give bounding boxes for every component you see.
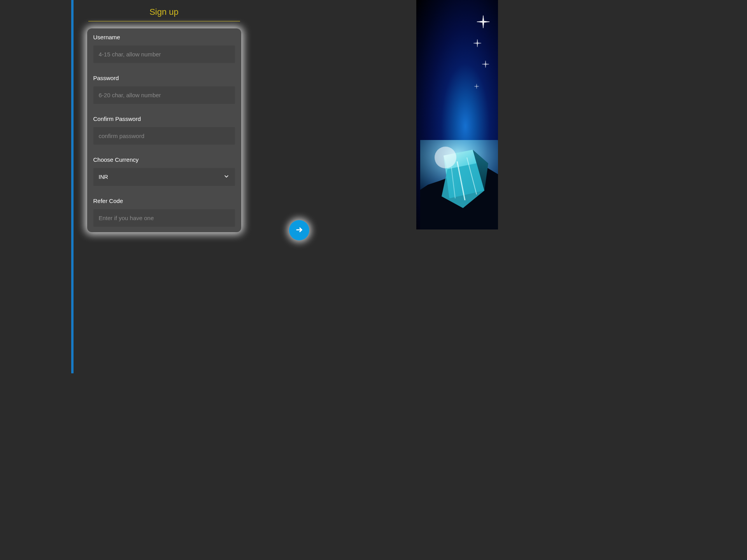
currency-group: Choose Currency INR (93, 156, 235, 186)
confirm-password-group: Confirm Password (93, 116, 235, 145)
password-group: Password (93, 75, 235, 104)
username-input[interactable] (93, 46, 235, 63)
sparkle-icon (474, 84, 479, 91)
currency-label: Choose Currency (93, 156, 235, 163)
svg-point-9 (435, 147, 456, 168)
sparkle-icon (476, 15, 490, 30)
signup-form-card: Username Password Confirm Password Choos… (87, 28, 241, 232)
confirm-password-label: Confirm Password (93, 116, 235, 122)
password-input[interactable] (93, 86, 235, 104)
page-title: Sign up (88, 7, 240, 21)
main-container: Sign up Username Password Confirm Passwo… (74, 0, 254, 232)
refer-code-input[interactable] (93, 209, 235, 227)
sparkle-icon (473, 39, 482, 49)
password-label: Password (93, 75, 235, 81)
crystal-graphic (420, 140, 498, 229)
username-label: Username (93, 34, 235, 40)
username-group: Username (93, 34, 235, 63)
next-button[interactable] (289, 220, 309, 240)
left-panel (0, 0, 70, 373)
refer-code-group: Refer Code (93, 198, 235, 227)
currency-selected-value: INR (99, 174, 108, 180)
sparkle-icon (482, 60, 489, 70)
chevron-down-icon (224, 173, 229, 180)
arrow-right-icon (295, 226, 303, 235)
currency-select[interactable]: INR (93, 168, 235, 186)
promo-sidebar (416, 0, 498, 229)
confirm-password-input[interactable] (93, 127, 235, 145)
refer-code-label: Refer Code (93, 198, 235, 204)
